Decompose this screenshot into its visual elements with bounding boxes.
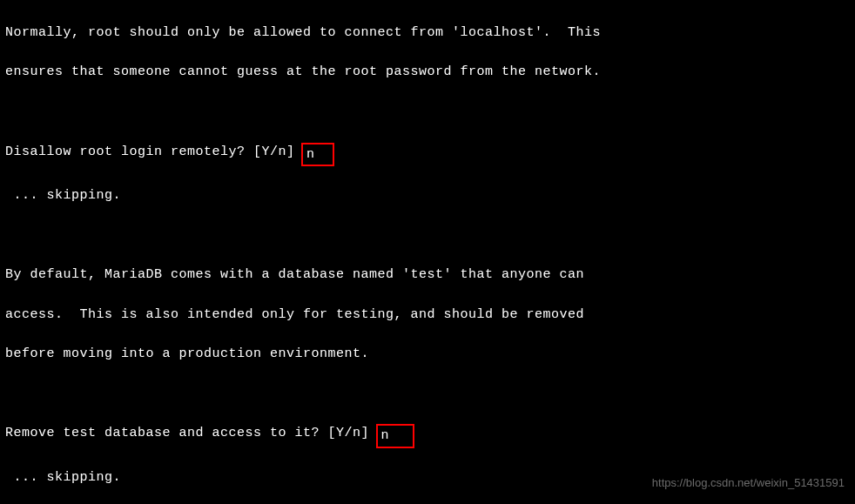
prompt-question: Disallow root login remotely? [Y/n] [5, 143, 303, 163]
blank-line [5, 385, 850, 405]
prompt-disallow-root: Disallow root login remotely? [Y/n] n [5, 143, 850, 167]
blank-line [5, 103, 850, 123]
info-text: By default, MariaDB comes with a databas… [5, 265, 850, 286]
info-text: ensures that someone cannot guess at the… [5, 63, 850, 83]
terminal-output: Normally, root should only be allowed to… [5, 3, 850, 504]
user-answer-highlight[interactable]: n [301, 143, 334, 167]
info-text: Normally, root should only be allowed to… [5, 24, 850, 44]
user-answer-highlight[interactable]: n [376, 424, 414, 448]
prompt-question: Remove test database and access to it? [… [5, 424, 378, 444]
watermark-text: https://blog.csdn.net/weixin_51431591 [652, 474, 845, 492]
info-text: before moving into a production environm… [5, 345, 850, 365]
blank-line [5, 225, 850, 245]
info-text: access. This is also intended only for t… [5, 306, 850, 326]
result-text: ... skipping. [5, 186, 850, 206]
prompt-remove-test-db: Remove test database and access to it? [… [5, 424, 850, 448]
